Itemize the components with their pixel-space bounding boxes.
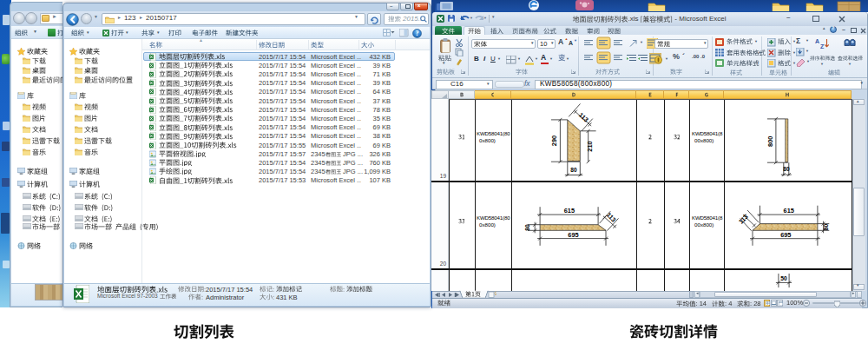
svg-text:80: 80 <box>570 167 577 173</box>
svg-text:80: 80 <box>823 224 829 231</box>
svg-text:50: 50 <box>780 275 787 281</box>
svg-text:113: 113 <box>577 111 590 124</box>
svg-text:A: A <box>815 38 819 44</box>
svg-text:210: 210 <box>586 141 594 151</box>
svg-text:80: 80 <box>783 166 790 172</box>
svg-text:615: 615 <box>784 207 794 215</box>
svg-text:80: 80 <box>524 224 530 231</box>
svg-text:113: 113 <box>737 213 750 226</box>
svg-text:615: 615 <box>564 207 575 215</box>
svg-text:Z: Z <box>820 43 825 50</box>
svg-text:800: 800 <box>766 136 774 147</box>
svg-text:290: 290 <box>550 135 558 146</box>
svg-text:695: 695 <box>568 231 578 239</box>
svg-text:?: ? <box>416 30 419 37</box>
svg-text:695: 695 <box>780 231 791 239</box>
